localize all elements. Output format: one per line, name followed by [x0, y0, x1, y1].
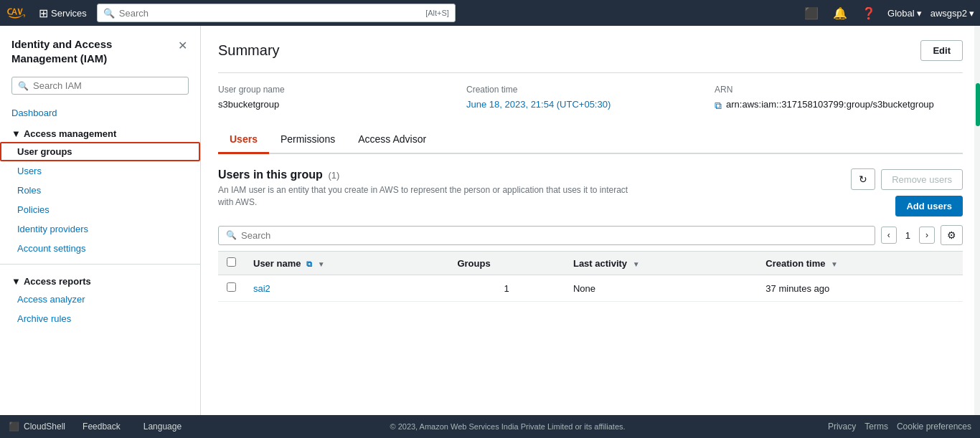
nav-right-actions: ⬛ 🔔 ❓ Global ▾ awsgsp2 ▾ — [801, 4, 974, 23]
row-groups: 1 — [448, 275, 565, 302]
sidebar-item-identity-providers[interactable]: Identity providers — [0, 219, 200, 239]
summary-col-creation: Creation time June 18, 2023, 21:54 (UTC+… — [466, 85, 715, 112]
table-search[interactable]: 🔍 — [218, 226, 875, 245]
arn-container: ⧉ arn:aws:iam::317158103799:group/s3buck… — [715, 99, 946, 112]
row-last-activity: None — [565, 275, 757, 302]
th-last-activity: Last activity ▼ — [565, 252, 757, 275]
sort-icon-username[interactable]: ▼ — [318, 260, 325, 268]
sidebar: Identity and Access Management (IAM) ✕ 🔍… — [0, 26, 201, 415]
sidebar-item-roles[interactable]: Roles — [0, 181, 200, 200]
row-username[interactable]: sai2 — [245, 275, 448, 302]
region-label: Global — [887, 8, 915, 19]
add-users-button[interactable]: Add users — [895, 196, 963, 216]
row-checkbox-cell — [218, 275, 245, 302]
copy-icon[interactable]: ⧉ — [715, 100, 722, 112]
search-icon: 🔍 — [18, 81, 29, 91]
users-table: User name ⧉ ▼ Groups Last activity ▼ Cre… — [218, 251, 963, 302]
main-layout: Identity and Access Management (IAM) ✕ 🔍… — [0, 26, 980, 415]
top-navigation: ⊞ Services 🔍 [Alt+S] ⬛ 🔔 ❓ Global ▾ awsg… — [0, 0, 980, 26]
summary-grid: User group name s3bucketgroup Creation t… — [218, 72, 963, 112]
sort-icon-last-activity[interactable]: ▼ — [633, 260, 640, 268]
search-shortcut: [Alt+S] — [425, 9, 449, 17]
services-label: Services — [51, 8, 87, 19]
sidebar-item-dashboard[interactable]: Dashboard — [0, 103, 200, 123]
sidebar-search-input[interactable] — [33, 80, 182, 91]
refresh-button[interactable]: ↻ — [851, 168, 875, 190]
sidebar-item-access-analyzer[interactable]: Access analyzer — [0, 290, 200, 309]
user-menu[interactable]: awsgsp2 ▾ — [930, 8, 974, 19]
sidebar-item-archive-rules[interactable]: Archive rules — [0, 309, 200, 328]
users-count: (1) — [328, 170, 339, 181]
creation-time-value: June 18, 2023, 21:54 (UTC+05:30) — [466, 99, 697, 110]
tab-users[interactable]: Users — [218, 126, 269, 154]
th-creation-time: Creation time ▼ — [757, 252, 963, 275]
arrow-icon: ▼ — [11, 276, 21, 287]
prev-page-button[interactable]: ‹ — [881, 227, 897, 244]
table-settings-button[interactable]: ⚙ — [941, 225, 963, 245]
sidebar-item-users[interactable]: Users — [0, 161, 200, 181]
creation-time-label: Creation time — [466, 85, 697, 95]
scrollbar-track[interactable] — [974, 26, 980, 415]
sidebar-section-access-reports: ▼ Access reports — [0, 270, 200, 290]
sidebar-item-policies[interactable]: Policies — [0, 200, 200, 219]
cookie-link[interactable]: Cookie preferences — [897, 422, 971, 432]
language-button[interactable]: Language — [138, 422, 187, 432]
table-search-input[interactable] — [241, 230, 867, 241]
sidebar-divider — [0, 264, 200, 265]
row-checkbox[interactable] — [227, 282, 236, 292]
services-button[interactable]: ⊞ Services — [34, 4, 91, 23]
external-link-icon: ⧉ — [306, 260, 312, 268]
footer-copyright: © 2023, Amazon Web Services India Privat… — [187, 422, 828, 431]
content-inner: Summary Edit User group name s3bucketgro… — [201, 26, 980, 316]
help-icon[interactable]: ❓ — [859, 4, 879, 23]
sidebar-header: Identity and Access Management (IAM) ✕ — [0, 26, 200, 71]
user-label: awsgsp2 — [930, 8, 967, 19]
th-groups: Groups — [448, 252, 565, 275]
global-search-input[interactable] — [119, 8, 421, 19]
summary-col-arn: ARN ⧉ arn:aws:iam::317158103799:group/s3… — [715, 85, 963, 112]
arn-label: ARN — [715, 85, 946, 95]
sidebar-item-account-settings[interactable]: Account settings — [0, 239, 200, 258]
users-section-title-row: Users in this group (1) — [218, 168, 634, 181]
scroll-indicator — [976, 83, 980, 126]
sort-icon-creation-time[interactable]: ▼ — [831, 260, 838, 268]
terms-link[interactable]: Terms — [864, 422, 888, 432]
feedback-button[interactable]: Feedback — [77, 422, 126, 432]
user-group-name-label: User group name — [218, 85, 449, 95]
row-creation-time: 37 minutes ago — [757, 275, 963, 302]
table-row: sai2 1 None 37 minutes ago — [218, 275, 963, 302]
users-actions-row: ↻ Remove users — [851, 168, 963, 190]
region-selector[interactable]: Global ▾ — [887, 8, 922, 19]
privacy-link[interactable]: Privacy — [828, 422, 856, 432]
sidebar-search-box[interactable]: 🔍 — [11, 77, 189, 95]
footer: ⬛ CloudShell Feedback Language © 2023, A… — [0, 415, 980, 438]
tabs: Users Permissions Access Advisor — [218, 126, 963, 154]
arrow-icon: ▼ — [11, 128, 21, 139]
bell-icon[interactable]: 🔔 — [830, 4, 850, 23]
select-all-checkbox[interactable] — [227, 257, 236, 267]
sidebar-navigation: Dashboard ▼ Access management User group… — [0, 103, 200, 334]
remove-users-button[interactable]: Remove users — [881, 169, 963, 190]
summary-col-name: User group name s3bucketgroup — [218, 85, 466, 112]
users-section-title-block: Users in this group (1) An IAM user is a… — [218, 168, 634, 209]
tab-permissions[interactable]: Permissions — [269, 126, 347, 154]
sidebar-item-user-groups[interactable]: User groups — [0, 142, 200, 161]
sidebar-title: Identity and Access Management (IAM) — [11, 37, 176, 65]
pagination: ‹ 1 › — [881, 227, 935, 244]
edit-button[interactable]: Edit — [920, 40, 963, 61]
cloudshell-button[interactable]: ⬛ CloudShell — [9, 422, 65, 432]
next-page-button[interactable]: › — [919, 227, 935, 244]
access-reports-label: Access reports — [24, 276, 91, 287]
users-actions: ↻ Remove users Add users — [851, 168, 963, 216]
sidebar-close-button[interactable]: ✕ — [176, 37, 189, 54]
global-search[interactable]: 🔍 [Alt+S] — [97, 4, 456, 22]
summary-header: Summary Edit — [218, 40, 963, 61]
tab-access-advisor[interactable]: Access Advisor — [347, 126, 438, 154]
chevron-down-icon: ▾ — [917, 8, 922, 19]
user-group-name-value: s3bucketgroup — [218, 99, 449, 110]
users-title: Users in this group — [218, 168, 323, 181]
terminal-icon: ⬛ — [9, 422, 19, 432]
terminal-icon[interactable]: ⬛ — [801, 4, 821, 23]
users-description: An IAM user is an entity that you create… — [218, 184, 634, 209]
table-controls: 🔍 ‹ 1 › ⚙ — [218, 225, 963, 245]
